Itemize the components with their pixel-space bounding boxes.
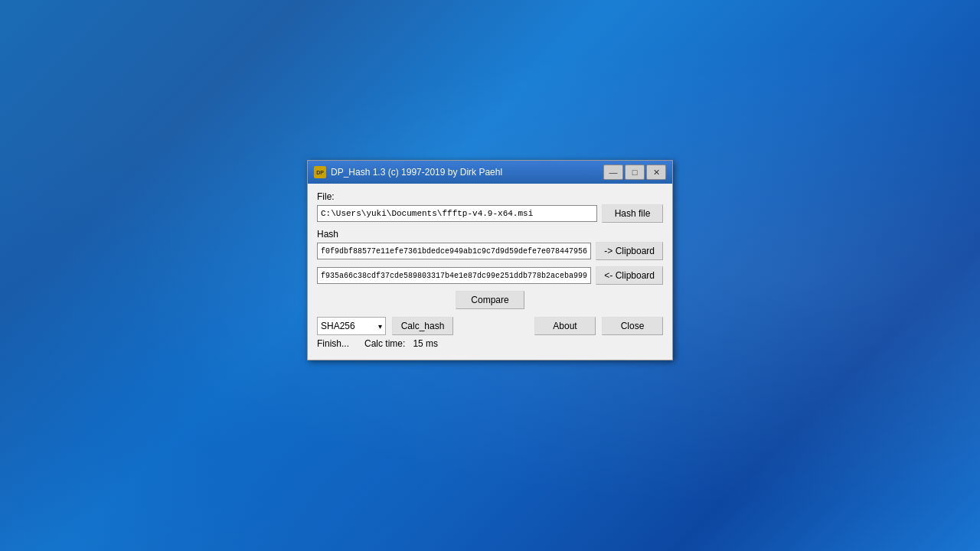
compare-input[interactable] bbox=[317, 267, 591, 284]
algorithm-dropdown[interactable]: SHA256 MD5 SHA1 SHA512 ▾ bbox=[317, 317, 386, 335]
compare-input-row: <- Clipboard bbox=[317, 266, 663, 285]
about-button[interactable]: About bbox=[534, 317, 596, 335]
hash-output-input[interactable] bbox=[317, 243, 591, 259]
file-row: Hash file bbox=[317, 204, 663, 223]
close-button[interactable]: Close bbox=[602, 317, 663, 335]
hash-output-row: -> Clipboard bbox=[317, 242, 663, 260]
window-title: DP_Hash 1.3 (c) 1997-2019 by Dirk Paehl bbox=[331, 167, 603, 178]
clipboard-in-button[interactable]: <- Clipboard bbox=[596, 266, 663, 285]
maximize-button[interactable]: □ bbox=[625, 165, 645, 180]
app-icon: DP bbox=[314, 166, 326, 178]
dialog-body: File: Hash file Hash -> Clipboard <- Cli… bbox=[308, 184, 672, 360]
window-controls: — □ ✕ bbox=[603, 165, 666, 180]
close-window-button[interactable]: ✕ bbox=[646, 165, 666, 180]
calc-hash-button[interactable]: Calc_hash bbox=[392, 317, 453, 335]
bottom-controls-row: SHA256 MD5 SHA1 SHA512 ▾ Calc_hash About… bbox=[317, 317, 663, 335]
hash-label: Hash bbox=[317, 229, 663, 240]
finish-status: Finish... bbox=[317, 338, 349, 349]
minimize-button[interactable]: — bbox=[603, 165, 623, 180]
hash-file-button[interactable]: Hash file bbox=[602, 204, 663, 223]
algorithm-select[interactable]: SHA256 MD5 SHA1 SHA512 bbox=[321, 321, 382, 331]
compare-row: Compare bbox=[317, 291, 663, 309]
compare-button[interactable]: Compare bbox=[456, 291, 524, 309]
file-input[interactable] bbox=[317, 205, 597, 222]
clipboard-out-button[interactable]: -> Clipboard bbox=[596, 242, 663, 260]
calc-time-label: Calc time: bbox=[364, 338, 405, 349]
calc-time-display: Calc time: 15 ms bbox=[364, 338, 438, 349]
file-label: File: bbox=[317, 191, 663, 202]
title-bar: DP DP_Hash 1.3 (c) 1997-2019 by Dirk Pae… bbox=[308, 161, 672, 184]
status-bar: Finish... Calc time: 15 ms bbox=[317, 335, 663, 350]
calc-time-value: 15 ms bbox=[413, 338, 438, 349]
dp-hash-dialog: DP DP_Hash 1.3 (c) 1997-2019 by Dirk Pae… bbox=[307, 160, 673, 360]
